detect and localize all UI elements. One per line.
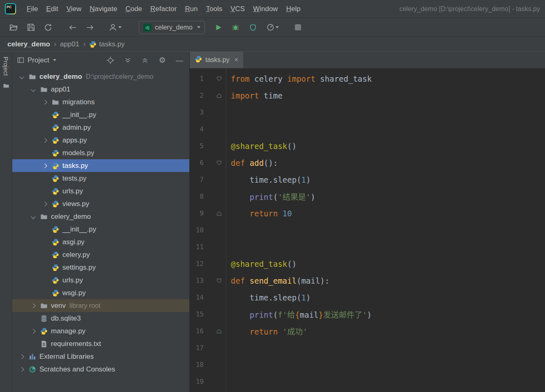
tree-item-Scratches-and-Consoles[interactable]: Scratches and Consoles [12,363,189,376]
profile-button[interactable] [106,21,124,34]
breadcrumb-app01[interactable]: app01 [60,40,79,48]
tree-item-tests.py[interactable]: tests.py [12,172,189,185]
stripe-project-button[interactable]: Project [2,57,9,76]
line-number: 7 [190,176,204,183]
fold-marker[interactable] [204,160,226,165]
fold-marker[interactable] [204,211,226,216]
tree-item-celery.py[interactable]: celery.py [12,248,189,261]
chevron-right-icon[interactable] [19,354,24,359]
save-icon [27,23,35,31]
menu-help[interactable]: Help [282,3,305,15]
folder-icon [40,302,48,309]
chevron-right-icon[interactable] [42,138,47,142]
tree-item-db.sqlite3[interactable]: db.sqlite3 [12,312,189,325]
python-file-icon [52,111,59,119]
python-file-icon [52,175,59,182]
fold-marker[interactable] [204,76,226,81]
chevron-right-icon[interactable] [31,329,35,333]
line-number: 10 [190,226,204,234]
pycharm-window: PC FileEditViewNavigateCodeRefactorRunTo… [0,0,545,392]
collapse-all-button[interactable] [141,56,149,64]
python-file-icon [52,200,59,208]
tree-item-settings.py[interactable]: settings.py [12,261,189,274]
tree-item-apps.py[interactable]: apps.py [12,134,189,147]
coverage-button[interactable] [246,21,260,34]
chevron-down-icon[interactable] [19,74,24,79]
fold-marker[interactable] [204,93,226,98]
tree-item-__init__.py[interactable]: __init__.py [12,108,189,121]
tab-close-icon[interactable]: × [235,56,238,64]
tree-item-tasks.py[interactable]: tasks.py [12,159,189,172]
menu-file[interactable]: File [23,3,42,15]
tree-item-label: settings.py [62,264,96,272]
menu-edit[interactable]: Edit [42,3,62,15]
hide-panel-button[interactable]: — [175,56,184,64]
expand-all-button[interactable] [124,56,132,64]
tree-item-celery_demo[interactable]: celery_demoD:\project\celery_demo [12,70,189,83]
sync-button[interactable] [41,21,55,34]
tree-item-wsgi.py[interactable]: wsgi.py [12,287,189,299]
chevron-right-icon[interactable] [42,202,47,206]
tree-item-urls.py[interactable]: urls.py [12,185,189,197]
tree-item-app01[interactable]: app01 [12,83,189,96]
chevron-down-icon[interactable] [53,59,56,61]
menu-window[interactable]: Window [249,3,282,15]
menu-vcs[interactable]: VCS [226,3,249,15]
tree-item-migrations[interactable]: migrations [12,96,189,108]
python-file-icon [195,55,202,63]
line-number: 17 [190,344,204,352]
chevron-right-icon[interactable] [31,303,35,308]
fold-marker[interactable] [204,329,226,334]
tree-item-asgi.py[interactable]: asgi.py [12,236,189,248]
project-panel: Project ⚙ — celery_demoD:\project\c [12,52,190,392]
panel-title[interactable]: Project [28,56,49,64]
tree-item-models.py[interactable]: models.py [12,147,189,159]
back-button[interactable] [66,21,80,34]
tree-item-label: External Libraries [39,353,94,361]
chevron-down-icon[interactable] [31,214,35,219]
locate-file-button[interactable] [106,56,115,64]
chevron-right-icon[interactable] [42,163,47,168]
menu-tools[interactable]: Tools [202,3,227,15]
menu-code[interactable]: Code [121,3,146,15]
settings-button[interactable]: ⚙ [158,56,166,64]
menu-refactor[interactable]: Refactor [146,3,181,15]
tree-item-requirements.txt[interactable]: requirements.txt [12,337,189,350]
code-line: 15 print(f'给{mail}发送邮件了') [190,306,545,323]
tree-item-celery_demo[interactable]: celery_demo [12,210,189,223]
profiler-button[interactable] [263,21,282,34]
forward-arrow-icon [86,24,94,31]
stop-button[interactable] [291,21,305,34]
menu-view[interactable]: View [62,3,86,15]
chevron-right-icon[interactable] [19,367,24,371]
code-editor[interactable]: 1from celery import shared_task2import t… [190,69,545,392]
fold-marker[interactable] [204,278,226,283]
folder-icon[interactable] [3,83,9,89]
tree-item-views.py[interactable]: views.py [12,197,189,210]
editor-tab-tasks[interactable]: tasks.py × [190,52,243,68]
chevron-right-icon[interactable] [42,100,47,104]
open-button[interactable] [7,21,21,34]
run-configuration-select[interactable]: dj celery_demo [139,21,205,34]
tree-item-__init__.py[interactable]: __init__.py [12,223,189,236]
tree-item-External-Libraries[interactable]: External Libraries [12,350,189,363]
forward-button[interactable] [83,21,97,34]
run-button[interactable] [212,21,225,34]
line-number: 12 [190,260,204,268]
tree-item-label: requirements.txt [51,340,101,348]
tree-item-urls.py[interactable]: urls.py [12,274,189,287]
breadcrumb-tasks.py[interactable]: tasks.py [89,40,124,48]
tree-item-admin.py[interactable]: admin.py [12,121,189,134]
code-line: 19 [190,373,545,390]
menu-run[interactable]: Run [181,3,202,15]
breadcrumb-celery_demo[interactable]: celery_demo [7,40,50,48]
tree-item-manage.py[interactable]: manage.py [12,325,189,337]
save-button[interactable] [24,21,38,34]
code-text: time.sleep(1) [226,175,311,184]
debug-button[interactable] [229,21,243,34]
chevron-down-icon[interactable] [31,87,35,92]
main-toolbar: dj celery_demo [0,18,545,37]
tree-item-venv[interactable]: venvlibrary root [12,299,189,312]
tree-item-label: tests.py [62,174,87,183]
menu-navigate[interactable]: Navigate [85,3,121,15]
